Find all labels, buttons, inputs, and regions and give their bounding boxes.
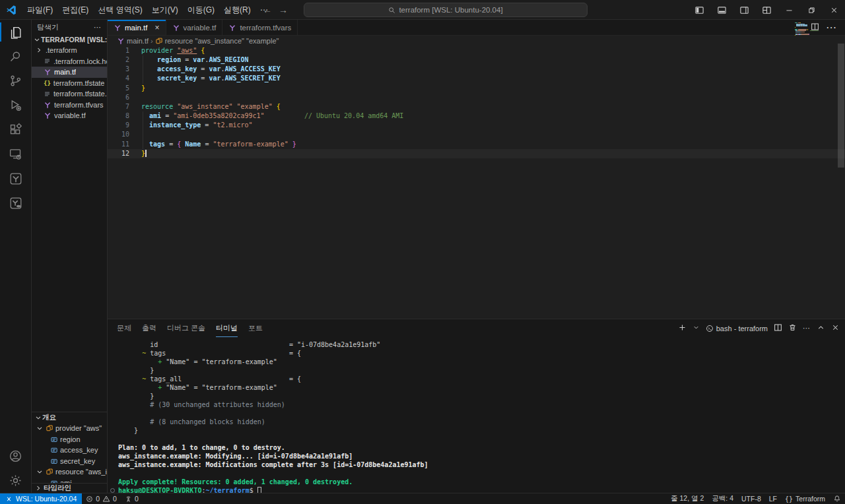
command-center-search[interactable]: terraform [WSL: Ubuntu-20.04] bbox=[304, 3, 588, 17]
close-tab-icon[interactable]: × bbox=[155, 23, 160, 32]
symbol-class-icon bbox=[46, 468, 53, 476]
language-mode[interactable]: {} Terraform bbox=[781, 493, 829, 504]
breadcrumb: main.tf›resource "aws_instance" "example… bbox=[108, 36, 845, 46]
code-line-3[interactable]: 3 access_key = var.AWS_ACCESS_KEY bbox=[108, 65, 845, 74]
back-arrow-icon[interactable]: ← bbox=[263, 5, 272, 15]
extensions-icon bbox=[9, 123, 22, 137]
activity-accounts[interactable] bbox=[0, 444, 32, 468]
activity-remote-explorer[interactable] bbox=[0, 142, 32, 166]
maximize-panel-button[interactable] bbox=[817, 323, 825, 333]
encoding-status[interactable]: UTF-8 bbox=[737, 493, 765, 504]
close-panel-button[interactable] bbox=[831, 323, 840, 333]
code-line-6[interactable]: 6 bbox=[108, 93, 845, 102]
restore-button[interactable] bbox=[800, 0, 823, 20]
problems-status[interactable]: 0 0 bbox=[82, 493, 121, 504]
close-button[interactable] bbox=[823, 0, 845, 20]
breadcrumb-separator-icon: › bbox=[151, 37, 153, 45]
layout-sidebar-right-button[interactable] bbox=[733, 0, 755, 20]
breadcrumb-item[interactable]: main.tf bbox=[117, 37, 149, 45]
timeline-header[interactable]: 타임라인 bbox=[32, 483, 107, 493]
outline-item[interactable]: resource "aws_inst... bbox=[32, 466, 107, 478]
activity-explorer[interactable] bbox=[0, 20, 32, 44]
eol-status[interactable]: LF bbox=[765, 493, 781, 504]
explorer-sidebar: 탐색기 ⋯ TERRAFORM [WSL: UBUN... .terraform… bbox=[32, 20, 108, 493]
run-debug-icon bbox=[9, 98, 22, 112]
activity-extensions[interactable] bbox=[0, 117, 32, 142]
split-terminal-button[interactable] bbox=[774, 323, 782, 333]
file-terraform.tfstate.back...[interactable]: terraform.tfstate.back... bbox=[32, 88, 107, 100]
menu-item-0[interactable]: 파일(F) bbox=[22, 3, 57, 17]
code-line-9[interactable]: 9 instance_type = "t2.micro" bbox=[108, 121, 845, 130]
ports-status[interactable]: 0 bbox=[121, 493, 143, 504]
menu-item-5[interactable]: 실행(R) bbox=[219, 3, 255, 17]
code-line-5[interactable]: 5} bbox=[108, 84, 845, 93]
code-line-10[interactable]: 10 bbox=[108, 130, 845, 139]
sidebar-more-actions[interactable]: ⋯ bbox=[94, 23, 102, 32]
code-line-11[interactable]: 11 tags = { Name = "terraform-example" } bbox=[108, 140, 845, 149]
panel-tab-포트[interactable]: 포트 bbox=[248, 319, 263, 337]
bell-icon bbox=[833, 495, 841, 503]
breadcrumb-item[interactable]: resource "aws_instance" "example" bbox=[155, 37, 279, 45]
activity-terraform-cloud[interactable] bbox=[0, 191, 32, 215]
code-line-8[interactable]: 8 ami = "ami-0deb35a8202ca99c1" // Ubunt… bbox=[108, 111, 845, 121]
outline-item[interactable]: secret_key bbox=[32, 456, 107, 467]
menu-item-3[interactable]: 보기(V) bbox=[147, 3, 183, 17]
minimize-button[interactable] bbox=[778, 0, 800, 20]
tab-terraform.tfvars[interactable]: terraform.tfvars bbox=[222, 20, 298, 35]
workspace-section-header[interactable]: TERRAFORM [WSL: UBUN... bbox=[32, 34, 107, 45]
search-icon bbox=[9, 49, 22, 63]
terraform-icon bbox=[114, 24, 121, 32]
notifications-bell[interactable] bbox=[829, 493, 845, 504]
indentation-status[interactable]: 공백: 4 bbox=[708, 493, 737, 504]
layout-panel-button[interactable] bbox=[710, 0, 733, 20]
new-terminal-button[interactable] bbox=[678, 323, 687, 333]
activity-run-debug[interactable] bbox=[0, 93, 32, 117]
cursor-position[interactable]: 줄 12, 열 2 bbox=[667, 493, 708, 504]
menu-item-2[interactable]: 선택 영역(S) bbox=[93, 3, 147, 17]
terminal-line: # (30 unchanged attributes hidden) bbox=[118, 400, 845, 409]
outline-item[interactable]: provider "aws" bbox=[32, 423, 107, 434]
layout-sidebar-left-button[interactable] bbox=[688, 0, 710, 20]
outline-item[interactable]: ami bbox=[32, 478, 107, 484]
terraform-icon bbox=[44, 111, 51, 119]
file-variable.tf[interactable]: variable.tf bbox=[32, 110, 107, 121]
activity-source-control[interactable] bbox=[0, 69, 32, 93]
file-terraform.tfstate[interactable]: {}terraform.tfstate bbox=[32, 78, 107, 89]
bottom-panel: 문제출력디버그 콘솔터미널포트 bash - terraform⋯ id = "… bbox=[108, 319, 845, 493]
code-line-12[interactable]: 12} bbox=[108, 149, 845, 158]
file-main.tf[interactable]: main.tf bbox=[32, 67, 107, 78]
kill-terminal-button[interactable] bbox=[788, 323, 797, 333]
terminal-instance-label[interactable]: bash - terraform bbox=[706, 325, 768, 332]
file-.terraform[interactable]: .terraform bbox=[32, 45, 107, 56]
terminal-output[interactable]: id = "i-07d8be4a2a1e91afb" ~ tags = { + … bbox=[108, 337, 845, 493]
remote-indicator[interactable]: WSL: Ubuntu-20.04 bbox=[0, 493, 82, 504]
code-line-7[interactable]: 7resource "aws_instance" "example" { bbox=[108, 102, 845, 111]
panel-tab-디버그 콘솔[interactable]: 디버그 콘솔 bbox=[167, 319, 205, 337]
file-terraform.tfvars[interactable]: terraform.tfvars bbox=[32, 100, 107, 111]
terminal-dropdown-button[interactable] bbox=[693, 324, 700, 332]
layout-customize-button[interactable] bbox=[755, 0, 778, 20]
code-line-1[interactable]: 1provider "aws" { bbox=[108, 46, 845, 55]
panel-tab-출력[interactable]: 출력 bbox=[142, 319, 156, 337]
tab-main.tf[interactable]: main.tf× bbox=[108, 20, 166, 35]
outline-item[interactable]: access_key bbox=[32, 445, 107, 456]
panel-more-actions[interactable]: ⋯ bbox=[803, 324, 811, 332]
code-editor[interactable]: 1provider "aws" {2 region = var.AWS_REGI… bbox=[108, 46, 845, 319]
menu-item-4[interactable]: 이동(G) bbox=[183, 3, 219, 17]
panel-tab-터미널[interactable]: 터미널 bbox=[216, 319, 238, 337]
minimap[interactable] bbox=[795, 22, 829, 36]
outline-header[interactable]: 개요 bbox=[32, 412, 107, 423]
file-.terraform.lock.hcl[interactable]: .terraform.lock.hcl bbox=[32, 56, 107, 67]
activity-terraform[interactable] bbox=[0, 166, 32, 191]
forward-arrow-icon[interactable]: → bbox=[279, 5, 288, 15]
activity-settings[interactable] bbox=[0, 468, 32, 493]
menu-item-1[interactable]: 편집(E) bbox=[57, 3, 93, 17]
code-line-4[interactable]: 4 secret_key = var.AWS_SECRET_KEY bbox=[108, 74, 845, 83]
activity-search[interactable] bbox=[0, 44, 32, 69]
panel-tab-문제[interactable]: 문제 bbox=[117, 319, 131, 337]
terraform-icon bbox=[172, 24, 180, 32]
outline-item[interactable]: region bbox=[32, 434, 107, 445]
editor-scrollbar[interactable] bbox=[838, 44, 844, 168]
tab-variable.tf[interactable]: variable.tf bbox=[166, 20, 223, 35]
code-line-2[interactable]: 2 region = var.AWS_REGION bbox=[108, 55, 845, 65]
